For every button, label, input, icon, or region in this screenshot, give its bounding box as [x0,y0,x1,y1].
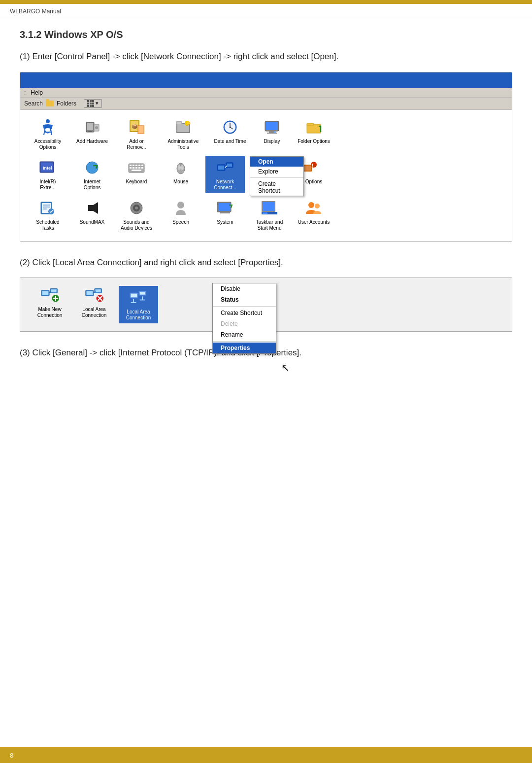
cp-icon-mouse[interactable]: Mouse [161,156,200,193]
svg-rect-70 [218,203,230,211]
top-bar [0,0,532,4]
svg-rect-97 [140,292,145,294]
svg-rect-9 [138,126,143,133]
cp-icon-network[interactable]: NetworkConnect... [205,156,245,193]
svg-rect-81 [51,289,57,292]
controlpanel-screenshot: : Help Search Folders ▾ [20,72,512,242]
search-btn[interactable]: Search [24,100,43,107]
cp-icon-datetime[interactable]: Date and Time [210,116,250,152]
svg-text:📦: 📦 [132,123,138,130]
svg-text:Intel: Intel [43,166,52,171]
cp-icon-taskbar[interactable]: Taskbar andStart Menu [250,197,289,233]
ctx-open[interactable]: Open [250,157,303,167]
cp-menu-help[interactable]: : Help [24,89,43,96]
svg-point-68 [177,202,184,208]
cp-icon-label-accessibility: AccessibilityOptions [34,139,61,150]
cp-icon-soundmax[interactable]: SoundMAX [72,197,112,233]
folder-icon [46,101,54,106]
cp-icon-addremove[interactable]: 📦 Add orRemov... [117,116,156,152]
page-number: 8 [10,752,13,759]
svg-rect-79 [42,291,49,295]
view-btn[interactable]: ▾ [84,99,102,108]
svg-point-76 [308,202,314,208]
svg-point-4 [95,126,98,129]
svg-rect-35 [133,165,134,166]
folders-btn[interactable]: Folders [57,100,76,107]
cp-icon-label-scheduled: ScheduledTasks [36,219,59,231]
cp-icon-folder[interactable]: Folder Options [294,116,333,152]
cp-icon-internet[interactable]: InternetOptions [72,156,112,193]
cp-icon-users[interactable]: User Accounts [294,197,333,233]
svg-rect-37 [138,165,140,166]
nctx-status[interactable]: Status [213,294,276,305]
svg-rect-23 [266,122,278,130]
bottom-bar: 8 [0,747,532,763]
svg-rect-89 [96,289,101,292]
cp-icon-label-sounds: Sounds andAudio Devices [121,219,152,231]
svg-point-67 [135,207,138,209]
svg-text:!: ! [312,163,313,168]
cp-icon-display[interactable]: Display [255,116,289,152]
netconn-context-menu: Disable Status Create Shortcut Delete Re… [212,283,276,354]
cp-icon-sounds[interactable]: Sounds andAudio Devices [117,197,156,233]
svg-point-21 [230,126,231,128]
svg-rect-41 [135,167,137,169]
cp-icon-keyboard[interactable]: Keyboard [117,156,156,193]
step1-text: (1) Enter [Control Panel] -> click [Netw… [20,50,512,63]
cp-context-menu: Open Explore Create Shortcut [250,156,304,196]
nctx-properties[interactable]: Properties [213,343,276,353]
svg-rect-40 [133,167,134,169]
netconn-icons-area: Make NewConnection Local A [30,286,158,323]
cp-icon-label-system: System [217,219,233,225]
ctx-explore[interactable]: Explore [250,167,303,176]
cp-icon-label-intel: Intel(R)Extre... [40,179,56,191]
netconn-label-local-selected: Local AreaConnection [126,309,151,321]
nctx-create-shortcut[interactable]: Create Shortcut [213,308,276,318]
svg-rect-55 [303,166,311,171]
svg-rect-87 [87,291,93,295]
cp-icon-hardware[interactable]: Add Hardware [72,116,112,152]
svg-rect-42 [138,167,140,169]
svg-rect-75 [263,212,267,214]
cp-icon-label-admin: AdministrativeTools [168,139,199,150]
cursor-arrow: ↖ [281,362,290,374]
nctx-sep2 [213,341,276,342]
cp-icon-intel[interactable]: Intel Intel(R)Extre... [28,156,67,193]
netconn-icon-local-selected[interactable]: Local AreaConnection [119,286,158,323]
cp-icons-area: AccessibilityOptions Add Hardware [20,110,512,241]
netconn-label-make-new: Make NewConnection [37,307,63,318]
svg-rect-14 [177,122,181,124]
cp-icon-label-mouse: Mouse [173,179,188,185]
cp-icon-scheduled[interactable]: ScheduledTasks [28,197,67,233]
svg-rect-50 [218,166,224,170]
svg-rect-44 [132,170,141,171]
svg-rect-5 [88,131,92,132]
cp-icon-label-addremove: Add orRemov... [127,139,146,150]
svg-rect-2 [87,123,93,130]
svg-rect-36 [135,165,137,166]
nctx-disable[interactable]: Disable [213,283,276,294]
cp-icon-speech[interactable]: Speech [161,197,200,233]
cp-icon-label-taskbar: Taskbar andStart Menu [256,219,283,231]
netconn-icon-make-new[interactable]: Make NewConnection [30,286,69,318]
netconn-label-local-disconnected: Local AreaConnection [82,307,107,318]
nctx-sep1 [213,306,276,307]
cp-icon-label-datetime: Date and Time [214,139,246,144]
section-title: 3.1.2 Windows XP O/S [20,29,512,40]
step2-text: (2) Click [Local Area Connection] and ri… [20,256,512,269]
ctx-create-shortcut[interactable]: Create Shortcut [250,179,303,196]
manual-title: WLBARGO Manual [10,8,61,15]
cp-icon-accessibility[interactable]: AccessibilityOptions [28,116,67,152]
svg-marker-64 [88,202,98,214]
cp-icon-system[interactable]: System [205,197,245,233]
cp-icon-admin[interactable]: 🔑 AdministrativeTools [161,116,205,152]
svg-rect-73 [263,202,274,211]
netconn-screenshot: Make NewConnection Local A [20,277,512,332]
svg-rect-43 [141,167,143,169]
nctx-rename[interactable]: Rename [213,329,276,340]
cp-icon-label-speech: Speech [172,219,189,225]
netconn-icon-local-disconnected[interactable]: Local AreaConnection [74,286,114,318]
svg-rect-95 [131,294,137,297]
ctx-separator [250,177,303,178]
cp-blue-bar [20,72,512,88]
